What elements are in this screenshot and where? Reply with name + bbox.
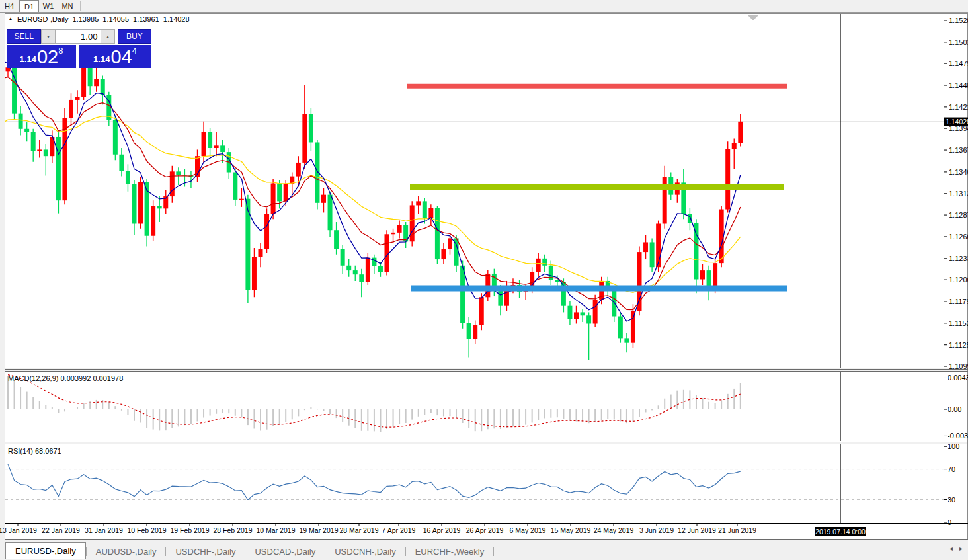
chevron-up-icon: ▴ xyxy=(106,34,109,40)
chart-symbol-label: EURUSD-,Daily xyxy=(17,15,69,23)
date-axis-label: 10 Mar 2019 xyxy=(257,526,296,534)
price-axis-tick: 1.11795 xyxy=(949,298,968,305)
date-axis-label: 13 Jan 2019 xyxy=(0,526,37,534)
chart-tab-usdchf[interactable]: USDCHF-,Daily xyxy=(166,544,245,559)
timeframe-button-w1[interactable]: W1 xyxy=(39,0,58,12)
one-click-trade-panel: SELL ▾ 1.00 ▴ BUY 1.14 02 8 1.14 04 4 xyxy=(7,29,151,68)
date-axis-label: 12 Jun 2019 xyxy=(678,526,716,534)
rsi-axis-tick: 100 xyxy=(948,442,959,450)
chart-title: ▲ EURUSD-,Daily 1.13985 1.14055 1.13961 … xyxy=(8,15,190,23)
price-axis-tick: 1.12870 xyxy=(949,211,968,219)
timeframe-button-d1[interactable]: D1 xyxy=(19,0,39,12)
volume-input[interactable]: 1.00 xyxy=(56,29,101,44)
macd-axis-tick: 0.00 xyxy=(948,405,961,413)
date-axis-label: 15 May 2019 xyxy=(551,526,591,534)
timeframe-button-h4[interactable]: H4 xyxy=(0,0,19,12)
candle xyxy=(725,141,730,212)
candle xyxy=(151,200,155,241)
price-axis-tick: 1.12065 xyxy=(949,276,968,284)
sell-price-pip: 8 xyxy=(58,46,63,55)
macd-axis-tick: 0.004359 xyxy=(948,374,968,381)
collapse-triangle-icon[interactable]: ▲ xyxy=(8,17,13,22)
chart-tab-eurchf[interactable]: EURCHF-,Weekly xyxy=(406,544,494,559)
timeframe-button-mn[interactable]: MN xyxy=(58,0,77,12)
candle xyxy=(631,304,635,348)
candle xyxy=(328,192,333,237)
rsi-axis-tick: 0 xyxy=(948,518,951,526)
ohlc-open: 1.13985 xyxy=(73,15,99,23)
price-axis-tick: 1.12330 xyxy=(949,255,968,262)
current-price-tag-text: 1.14028 xyxy=(946,118,968,126)
date-axis-label: 28 Mar 2019 xyxy=(340,526,379,534)
date-axis-label: 24 May 2019 xyxy=(594,526,634,534)
date-axis-label: 3 Jun 2019 xyxy=(639,526,674,534)
candle xyxy=(593,295,598,327)
chart-tab-bar: EURUSD-,DailyAUDUSD-,DailyUSDCHF-,DailyU… xyxy=(0,541,968,559)
candle xyxy=(410,201,415,246)
candle xyxy=(315,140,319,210)
chart-tab-eurusd[interactable]: EURUSD-,Daily xyxy=(5,542,86,559)
date-axis-label: 10 Feb 2019 xyxy=(128,526,167,534)
sell-button[interactable]: SELL xyxy=(7,29,41,44)
macd-axis-tick: -0.00371 xyxy=(948,432,968,440)
volume-up-button[interactable]: ▴ xyxy=(101,29,114,44)
chart-canvas[interactable]: 1.152851.150151.147501.144801.142101.139… xyxy=(0,0,968,560)
price-axis-tick: 1.14480 xyxy=(949,81,968,89)
candle xyxy=(385,230,389,275)
price-axis-tick: 1.13405 xyxy=(949,168,968,176)
rsi-label: RSI(14) 68.0671 xyxy=(8,447,61,455)
volume-down-button[interactable]: ▾ xyxy=(41,29,55,44)
ohlc-low: 1.13961 xyxy=(133,15,159,23)
price-axis-tick: 1.13135 xyxy=(949,190,968,198)
price-axis-tick: 1.14750 xyxy=(949,60,968,67)
candle xyxy=(264,208,269,253)
date-axis-label: 7 Apr 2019 xyxy=(382,526,416,534)
tab-separator xyxy=(493,547,494,556)
mt4-window: 1.152851.150151.147501.144801.142101.139… xyxy=(0,0,968,560)
date-axis-label: 28 Feb 2019 xyxy=(214,526,253,534)
sell-price-big: 02 xyxy=(37,48,58,67)
buy-price-box[interactable]: 1.14 04 4 xyxy=(79,45,151,68)
ohlc-close: 1.14028 xyxy=(163,15,190,23)
tab-scroll-left-icon[interactable]: ◂ xyxy=(949,545,953,552)
macd-label: MACD(12,26,9) 0.003992 0.001978 xyxy=(8,374,123,382)
candle xyxy=(138,177,143,229)
sell-price-prefix: 1.14 xyxy=(20,52,36,67)
buy-price-pip: 4 xyxy=(132,46,137,55)
buy-price-big: 04 xyxy=(110,48,132,67)
rsi-axis-tick: 30 xyxy=(948,496,955,504)
rsi-axis-tick: 70 xyxy=(948,465,955,473)
candle xyxy=(650,238,655,272)
price-axis-tick: 1.13675 xyxy=(949,146,968,154)
date-axis-label: 31 Jan 2019 xyxy=(85,526,123,534)
candle xyxy=(656,221,661,272)
date-axis-label: 22 Jan 2019 xyxy=(42,526,80,534)
price-axis-tick: 1.11255 xyxy=(949,341,968,349)
date-axis-label: 26 Apr 2019 xyxy=(466,526,504,534)
chart-tab-usdcnh[interactable]: USDCNH-,Daily xyxy=(325,544,405,559)
toolbar-separator xyxy=(80,1,81,11)
candle xyxy=(12,64,17,120)
price-axis-tick: 1.15285 xyxy=(949,17,968,24)
date-axis-label: 19 Mar 2019 xyxy=(300,526,339,534)
tab-scroll-right-icon[interactable]: ▸ xyxy=(959,545,963,552)
price-axis-tick: 1.10990 xyxy=(949,362,968,370)
ohlc-high: 1.14055 xyxy=(102,15,129,23)
buy-price-prefix: 1.14 xyxy=(93,52,110,67)
candle xyxy=(0,56,4,74)
date-marker-text: 2019.07.14 0:00 xyxy=(815,528,866,536)
price-axis-tick: 1.12600 xyxy=(949,233,968,241)
tab-scroll-arrows: ◂ ▸ xyxy=(949,545,963,552)
date-axis-label: 21 Jun 2019 xyxy=(718,526,756,534)
chart-tab-audusd[interactable]: AUDUSD-,Daily xyxy=(87,544,166,559)
candle xyxy=(479,293,484,330)
buy-button[interactable]: BUY xyxy=(118,29,151,44)
price-axis-tick: 1.15015 xyxy=(949,38,968,46)
candle xyxy=(62,108,67,204)
candle xyxy=(435,206,440,264)
candle xyxy=(113,116,118,160)
chevron-down-icon: ▾ xyxy=(47,34,50,40)
chart-tab-usdcad[interactable]: USDCAD-,Daily xyxy=(245,544,325,559)
sell-price-box[interactable]: 1.14 02 8 xyxy=(7,45,76,68)
timeframe-toolbar: H4D1W1MN xyxy=(0,0,968,13)
